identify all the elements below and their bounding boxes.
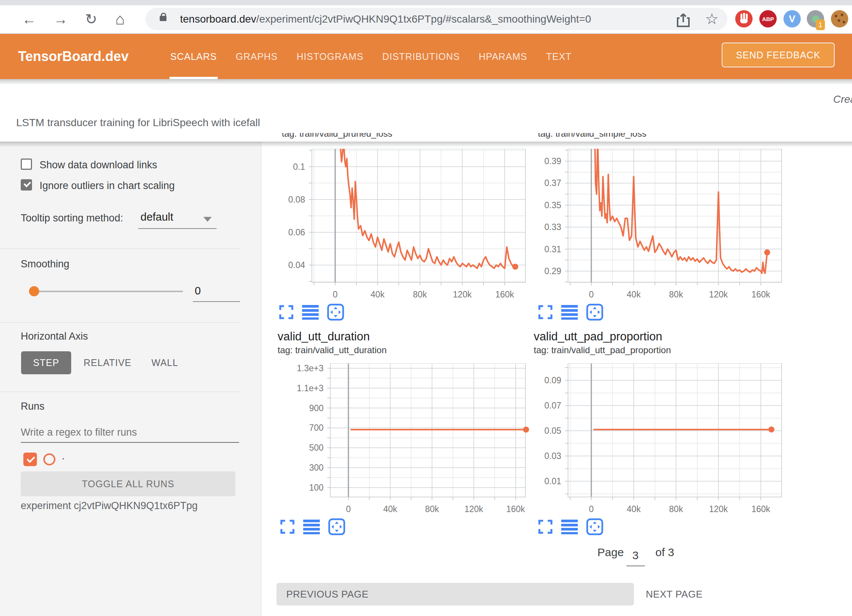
chart-tag: tag: train/valid_utt_pad_proportion xyxy=(534,345,671,355)
header-shadow xyxy=(0,79,852,85)
fit-domain-icon[interactable] xyxy=(327,303,344,321)
reload-icon[interactable]: ↻ xyxy=(85,5,97,33)
smoothing-value-input[interactable]: 0 xyxy=(190,285,205,297)
chart-title: valid_utt_duration xyxy=(278,330,370,343)
tooltip-sorting-select[interactable]: default xyxy=(140,211,173,223)
svg-text:1.3e+3: 1.3e+3 xyxy=(297,363,324,373)
tab-text[interactable]: TEXT xyxy=(546,34,572,79)
chart-actions xyxy=(279,303,344,321)
scalar-chart[interactable]: 0.040.060.080.1040k80k120k160k xyxy=(259,149,537,303)
svg-text:80k: 80k xyxy=(669,504,683,514)
chart-title: valid_utt_pad_proportion xyxy=(534,330,662,343)
ignore-outliers-checkbox[interactable] xyxy=(21,179,32,191)
run-table-icon[interactable] xyxy=(561,519,578,534)
toggle-all-runs-button[interactable]: TOGGLE ALL RUNS xyxy=(21,471,235,496)
run-table-icon[interactable] xyxy=(561,305,578,320)
horizontal-axis-label: Horizontal Axis xyxy=(21,331,88,342)
fit-domain-icon[interactable] xyxy=(586,518,603,535)
check-icon xyxy=(27,454,35,463)
chart-tag-clipped: tag: train/valid_pruned_loss xyxy=(282,133,392,140)
scalar-chart[interactable]: 0.290.310.330.350.370.39040k80k120k160k xyxy=(515,149,793,303)
run-color-swatch[interactable] xyxy=(43,453,55,465)
show-download-label: Show data download links xyxy=(40,159,157,171)
svg-text:160k: 160k xyxy=(751,290,770,299)
page-of-label: of 3 xyxy=(655,546,674,559)
tab-graphs[interactable]: GRAPHS xyxy=(236,34,278,79)
expand-chart-icon[interactable] xyxy=(538,305,553,320)
tab-distributions[interactable]: DISTRIBUTIONS xyxy=(382,34,460,79)
settings-sidebar: Show data download links Ignore outliers… xyxy=(0,142,261,616)
expand-chart-icon[interactable] xyxy=(279,305,294,320)
svg-text:0.1: 0.1 xyxy=(293,162,305,172)
runs-filter-input[interactable] xyxy=(21,422,239,443)
scalar-chart[interactable]: 0.010.030.050.070.09040k80k120k160k xyxy=(515,363,793,518)
smoothing-slider-thumb[interactable] xyxy=(29,286,39,296)
svg-text:0.09: 0.09 xyxy=(544,375,561,385)
chart-actions xyxy=(280,518,345,535)
ext-badge: 1 xyxy=(816,20,825,30)
bookmark-star-icon[interactable]: ☆ xyxy=(705,7,719,31)
previous-page-button[interactable]: PREVIOUS PAGE xyxy=(276,583,634,605)
svg-text:0.31: 0.31 xyxy=(544,244,561,254)
svg-text:300: 300 xyxy=(309,463,324,473)
page-number-input[interactable]: 3 xyxy=(626,549,644,562)
next-page-button[interactable]: NEXT PAGE xyxy=(640,583,708,605)
expand-chart-icon[interactable] xyxy=(538,519,553,534)
nav-tabs: SCALARS GRAPHS HISTOGRAMS DISTRIBUTIONS … xyxy=(170,34,572,79)
expand-chart-icon[interactable] xyxy=(280,519,295,534)
scalar-chart[interactable]: 1003005007009001.1e+31.3e+3040k80k120k16… xyxy=(278,363,537,518)
send-feedback-button[interactable]: SEND FEEDBACK xyxy=(722,43,835,67)
svg-text:0.29: 0.29 xyxy=(544,266,561,276)
experiment-title: LSTM transducer training for LibriSpeech… xyxy=(16,117,260,129)
tab-histograms[interactable]: HISTOGRAMS xyxy=(296,34,363,79)
svg-text:40k: 40k xyxy=(627,504,641,514)
share-icon[interactable] xyxy=(676,12,690,27)
axis-relative-button[interactable]: RELATIVE xyxy=(84,357,131,368)
svg-text:0.39: 0.39 xyxy=(544,156,561,166)
ext-stop-hand-icon[interactable] xyxy=(735,10,753,27)
fit-domain-icon[interactable] xyxy=(328,518,345,535)
fit-domain-icon[interactable] xyxy=(586,303,603,321)
home-icon[interactable]: ⌂ xyxy=(115,5,125,33)
axis-wall-button[interactable]: WALL xyxy=(151,357,178,368)
page-label: Page xyxy=(597,546,624,559)
svg-text:0.08: 0.08 xyxy=(288,195,305,204)
run-table-icon[interactable] xyxy=(303,519,320,534)
chart-actions xyxy=(538,518,603,535)
run-table-icon[interactable] xyxy=(302,305,319,320)
experiment-id-label: experiment cj2vtPiwQHKN9Q1tx6PTpg xyxy=(21,500,198,512)
url-text[interactable]: tensorboard.dev/experiment/cj2vtPiwQHKN9… xyxy=(180,8,591,30)
svg-text:120k: 120k xyxy=(464,504,483,514)
ext-cookie-icon[interactable] xyxy=(831,10,848,27)
content-top-shadow xyxy=(0,142,852,147)
chart-tag: tag: train/valid_utt_duration xyxy=(278,345,387,355)
forward-icon[interactable]: → xyxy=(53,5,68,33)
run-checkbox[interactable] xyxy=(23,453,37,466)
svg-text:80k: 80k xyxy=(669,290,683,299)
svg-text:120k: 120k xyxy=(453,290,472,299)
svg-text:0: 0 xyxy=(589,290,594,299)
svg-text:900: 900 xyxy=(309,403,324,413)
svg-text:120k: 120k xyxy=(709,290,728,299)
svg-text:100: 100 xyxy=(309,483,324,492)
divider xyxy=(0,392,240,392)
tab-hparams[interactable]: HPARAMS xyxy=(479,34,527,79)
ext-v-label: V xyxy=(789,13,795,25)
svg-text:160k: 160k xyxy=(751,504,770,514)
chevron-down-icon[interactable] xyxy=(203,217,212,222)
axis-step-button[interactable]: STEP xyxy=(21,351,71,374)
svg-text:0: 0 xyxy=(346,504,351,514)
tooltip-select-underline xyxy=(138,228,217,229)
ext-v-icon[interactable]: V xyxy=(783,10,801,27)
show-download-checkbox[interactable] xyxy=(21,159,32,170)
smoothing-slider[interactable] xyxy=(32,291,183,292)
svg-text:40k: 40k xyxy=(371,290,385,299)
svg-text:500: 500 xyxy=(309,443,324,453)
app-logo[interactable]: TensorBoard.dev xyxy=(18,34,128,79)
svg-text:0.35: 0.35 xyxy=(544,200,561,210)
svg-text:0.01: 0.01 xyxy=(544,476,561,486)
tab-scalars[interactable]: SCALARS xyxy=(170,34,217,79)
back-icon[interactable]: ← xyxy=(22,5,36,33)
page-input-underline xyxy=(626,566,645,566)
svg-text:0: 0 xyxy=(589,504,594,514)
